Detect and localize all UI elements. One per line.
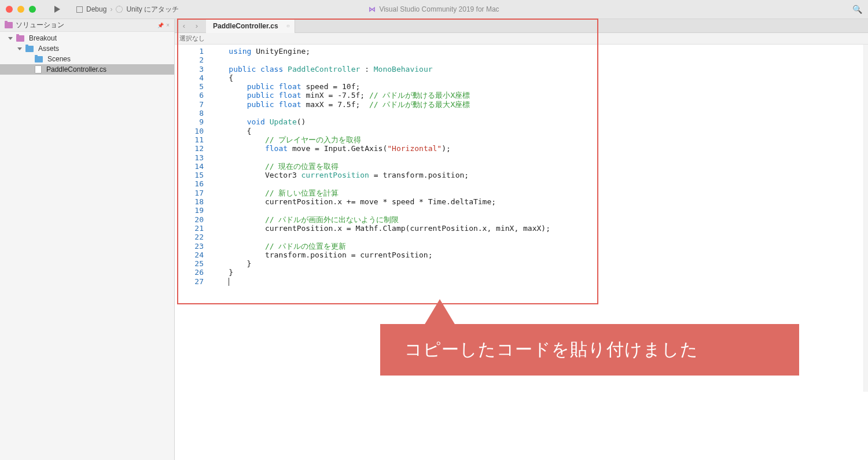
code-line[interactable]: public float speed = 10f;	[211, 82, 550, 91]
main-area: ソリューション × BreakoutAssetsScenesPaddleCont…	[0, 19, 868, 460]
line-number: 7	[175, 100, 204, 109]
tree-item-breakout[interactable]: Breakout	[0, 33, 174, 43]
app-title: ⋈ Visual Studio Community 2019 for Mac	[369, 5, 499, 13]
line-number: 5	[175, 82, 204, 91]
line-number: 8	[175, 109, 204, 117]
line-number: 18	[175, 197, 204, 206]
run-button[interactable]	[54, 6, 60, 13]
code-line[interactable]: using UnityEngine;	[211, 47, 550, 56]
line-number: 9	[175, 117, 204, 126]
solution-sidebar: ソリューション × BreakoutAssetsScenesPaddleCont…	[0, 19, 175, 460]
folder-icon	[25, 46, 34, 52]
code-line[interactable]: }	[211, 259, 550, 268]
tree-item-label: PaddleController.cs	[46, 65, 106, 73]
code-line[interactable]	[211, 56, 550, 64]
code-line[interactable]	[211, 179, 550, 188]
maximize-window-button[interactable]	[29, 6, 36, 13]
disclosure-icon[interactable]	[17, 47, 22, 50]
code-line[interactable]	[211, 277, 550, 286]
code-line[interactable]: void Update()	[211, 117, 550, 126]
line-number: 23	[175, 242, 204, 251]
tab-label: PaddleController.cs	[213, 22, 278, 30]
config-breadcrumb[interactable]: Debug › Unity にアタッチ	[76, 5, 179, 14]
code-content[interactable]: using UnityEngine; public class PaddleCo…	[211, 45, 550, 288]
code-line[interactable]	[211, 233, 550, 241]
attach-target-label: Unity にアタッチ	[126, 5, 179, 14]
nav-back-button[interactable]: ‹	[178, 20, 190, 32]
line-number: 11	[175, 135, 204, 144]
line-number: 20	[175, 215, 204, 224]
code-line[interactable]: currentPosition.x = Mathf.Clamp(currentP…	[211, 224, 550, 233]
line-number: 24	[175, 251, 204, 259]
code-line[interactable]	[211, 206, 550, 215]
line-number: 13	[175, 153, 204, 162]
code-line[interactable]: // プレイヤーの入力を取得	[211, 135, 550, 144]
line-number: 2	[175, 56, 204, 64]
code-line[interactable]: {	[211, 73, 550, 82]
annotation-callout: コピーしたコードを貼り付けました	[380, 324, 799, 376]
line-number: 4	[175, 73, 204, 82]
line-number: 10	[175, 127, 204, 135]
code-line[interactable]: public float minX = -7.5f; // パドルが動ける最小X…	[211, 91, 550, 100]
code-line[interactable]	[211, 153, 550, 162]
breadcrumb-text: 選択なし	[179, 34, 205, 43]
line-number: 12	[175, 144, 204, 153]
minimize-window-button[interactable]	[17, 6, 24, 13]
tree-item-label: Assets	[38, 45, 59, 53]
tree-item-paddlecontroller-cs[interactable]: PaddleController.cs	[0, 64, 174, 75]
vs-logo-icon: ⋈	[369, 5, 376, 13]
debug-config-label: Debug	[86, 5, 106, 13]
csharp-file-icon	[35, 65, 42, 73]
code-line[interactable]: // パドルの位置を更新	[211, 242, 550, 251]
code-line[interactable]: {	[211, 127, 550, 135]
line-number: 17	[175, 189, 204, 197]
line-number: 19	[175, 206, 204, 215]
close-sidebar-icon[interactable]: ×	[166, 22, 170, 28]
line-number: 14	[175, 162, 204, 171]
code-breadcrumb[interactable]: 選択なし	[175, 33, 868, 45]
pin-icon[interactable]	[157, 22, 164, 28]
search-icon: 🔍	[852, 5, 862, 14]
line-number: 3	[175, 65, 204, 73]
code-line[interactable]: // パドルが画面外に出ないように制限	[211, 215, 550, 224]
close-window-button[interactable]	[6, 6, 13, 13]
code-line[interactable]: float move = Input.GetAxis("Horizontal")…	[211, 144, 550, 153]
search-button[interactable]: 🔍	[852, 5, 862, 14]
code-line[interactable]: }	[211, 268, 550, 277]
line-number: 1	[175, 47, 204, 56]
chevron-right-icon: ›	[110, 5, 112, 13]
callout-text: コピーしたコードを貼り付けました	[404, 340, 698, 359]
code-line[interactable]: currentPosition.x += move * speed * Time…	[211, 197, 550, 206]
solution-icon	[5, 22, 13, 28]
app-title-text: Visual Studio Community 2019 for Mac	[379, 5, 499, 13]
solution-folder-icon	[16, 35, 24, 42]
tab-bar: ‹ › PaddleController.cs ○	[175, 19, 868, 33]
window-controls	[6, 6, 36, 13]
line-gutter: 1234567891011121314151617181920212223242…	[175, 45, 211, 288]
editor-pane: ‹ › PaddleController.cs ○ 選択なし 123456789…	[175, 19, 868, 460]
scrollbar[interactable]	[863, 45, 868, 392]
solution-tree: BreakoutAssetsScenesPaddleController.cs	[0, 32, 174, 76]
tree-item-assets[interactable]: Assets	[0, 43, 174, 54]
gear-icon	[116, 6, 123, 13]
code-area[interactable]: 1234567891011121314151617181920212223242…	[175, 45, 868, 288]
line-number: 25	[175, 259, 204, 268]
folder-icon	[35, 56, 43, 62]
tree-item-label: Scenes	[47, 55, 71, 63]
code-line[interactable]: public class PaddleController : MonoBeha…	[211, 65, 550, 73]
tree-item-scenes[interactable]: Scenes	[0, 54, 174, 64]
tab-close-icon[interactable]: ○	[286, 23, 290, 29]
code-line[interactable]: // 新しい位置を計算	[211, 189, 550, 197]
code-line[interactable]	[211, 109, 550, 117]
line-number: 22	[175, 233, 204, 241]
sidebar-header: ソリューション ×	[0, 19, 174, 32]
nav-forward-button[interactable]: ›	[191, 20, 203, 32]
line-number: 21	[175, 224, 204, 233]
code-line[interactable]: // 現在の位置を取得	[211, 162, 550, 171]
code-line[interactable]: public float maxX = 7.5f; // パドルが動ける最大X座…	[211, 100, 550, 109]
code-line[interactable]: transform.position = currentPosition;	[211, 251, 550, 259]
code-line[interactable]: Vector3 currentPosition = transform.posi…	[211, 171, 550, 179]
sidebar-title: ソリューション	[16, 20, 64, 30]
disclosure-icon[interactable]	[8, 37, 13, 40]
tab-paddlecontroller[interactable]: PaddleController.cs ○	[206, 19, 295, 33]
